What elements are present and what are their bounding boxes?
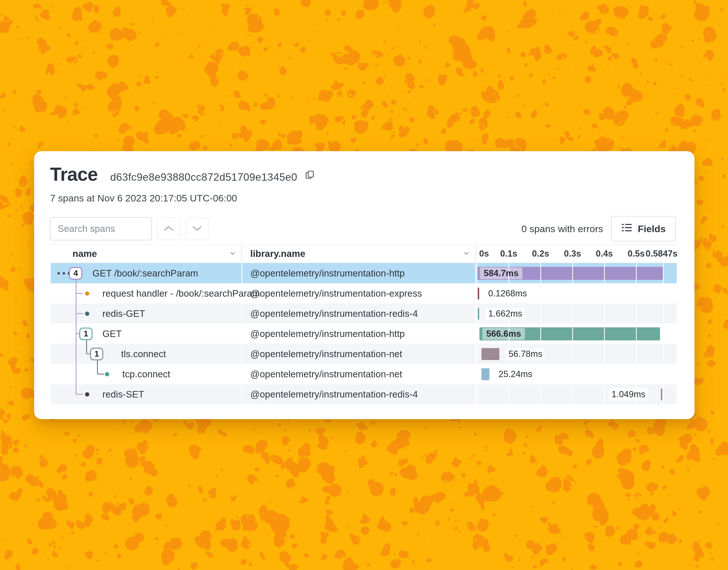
- toolbar: 0 spans with errors Fields: [50, 217, 676, 241]
- column-header-name[interactable]: name: [51, 245, 242, 263]
- span-timeline-cell: 584.7ms: [476, 263, 677, 283]
- library-name: @opentelemetry/instrumentation-http: [250, 328, 405, 339]
- axis-tick: 0.5847s: [646, 249, 677, 259]
- duration-bar[interactable]: [478, 308, 479, 320]
- search-input[interactable]: [50, 217, 152, 240]
- duration-label: 56.78ms: [506, 348, 545, 360]
- span-row[interactable]: 4GET /book/:searchParam@opentelemetry/in…: [51, 263, 677, 283]
- span-library-cell: @opentelemetry/instrumentation-net: [242, 344, 476, 364]
- span-name: tls.connect: [121, 349, 166, 359]
- axis-tick: 0.4s: [596, 249, 613, 259]
- error-count-text: 0 spans with errors: [522, 223, 603, 234]
- span-row[interactable]: redis-GET@opentelemetry/instrumentation-…: [51, 303, 677, 324]
- span-library-cell: @opentelemetry/instrumentation-redis-4: [242, 384, 476, 404]
- span-timeline-cell: 566.6ms: [476, 324, 677, 344]
- axis-tick: 0.3s: [564, 249, 581, 259]
- duration-label: 1.662ms: [486, 308, 525, 320]
- span-row[interactable]: 1tls.connect@opentelemetry/instrumentati…: [51, 344, 677, 364]
- page-title: Trace: [50, 164, 98, 185]
- span-name-cell: redis-SET: [51, 384, 242, 404]
- fields-button[interactable]: Fields: [611, 216, 676, 242]
- chevron-down-icon: [192, 226, 202, 232]
- library-name: @opentelemetry/instrumentation-redis-4: [250, 389, 418, 400]
- chevron-down-icon: [230, 251, 235, 256]
- library-name: @opentelemetry/instrumentation-express: [250, 288, 422, 299]
- table-body: 4GET /book/:searchParam@opentelemetry/in…: [51, 263, 677, 404]
- duration-bar[interactable]: [482, 348, 500, 360]
- row-menu-icon[interactable]: [57, 272, 70, 274]
- library-name: @opentelemetry/instrumentation-redis-4: [250, 308, 418, 319]
- span-name-cell: 4GET /book/:searchParam: [51, 263, 242, 283]
- span-row[interactable]: request handler - /book/:searchParam@ope…: [51, 283, 677, 303]
- child-count-badge[interactable]: 4: [69, 267, 82, 280]
- prev-match-button[interactable]: [157, 217, 180, 240]
- axis-tick: 0.2s: [532, 249, 549, 259]
- duration-label: 25.24ms: [496, 368, 535, 380]
- span-row[interactable]: 1GET@opentelemetry/instrumentation-http5…: [51, 324, 677, 344]
- trace-id: d63fc9e8e93880cc872d51709e1345e0: [110, 171, 297, 183]
- span-row[interactable]: tcp.connect@opentelemetry/instrumentatio…: [51, 364, 677, 384]
- span-name: request handler - /book/:searchParam: [103, 288, 260, 299]
- span-row[interactable]: redis-SET@opentelemetry/instrumentation-…: [51, 384, 677, 404]
- duration-bar[interactable]: [482, 368, 490, 380]
- column-header-library[interactable]: library.name: [242, 245, 476, 263]
- time-axis: 0s0.1s0.2s0.3s0.4s0.5s0.5847s: [476, 245, 677, 263]
- axis-tick: 0s: [479, 249, 489, 259]
- span-dot: [85, 311, 89, 316]
- library-name: @opentelemetry/instrumentation-net: [250, 369, 402, 380]
- trace-summary: 7 spans at Nov 6 2023 20:17:05 UTC-06:00: [50, 193, 678, 204]
- duration-bar[interactable]: [478, 288, 479, 299]
- duration-label: 1.049ms: [609, 388, 649, 400]
- span-name: GET /book/:searchParam: [93, 268, 198, 279]
- duration-label: 0.1268ms: [486, 288, 530, 299]
- fields-button-label: Fields: [638, 223, 666, 234]
- span-library-cell: @opentelemetry/instrumentation-http: [242, 263, 476, 283]
- span-name: redis-SET: [103, 389, 144, 400]
- chevron-up-icon: [164, 226, 173, 232]
- trace-header: Trace d63fc9e8e93880cc872d51709e1345e0: [50, 164, 678, 185]
- span-name-cell: 1GET: [51, 324, 242, 344]
- duration-label: 584.7ms: [480, 267, 522, 279]
- span-library-cell: @opentelemetry/instrumentation-redis-4: [242, 303, 476, 324]
- span-library-cell: @opentelemetry/instrumentation-express: [242, 283, 476, 303]
- span-name-cell: 1tls.connect: [51, 344, 242, 364]
- axis-tick: 0.1s: [500, 249, 517, 259]
- trace-panel: Trace d63fc9e8e93880cc872d51709e1345e0 7…: [34, 151, 695, 419]
- child-count-badge[interactable]: 1: [79, 328, 93, 340]
- span-name-cell: redis-GET: [51, 303, 242, 324]
- next-match-button[interactable]: [185, 217, 209, 240]
- span-table: name library.name 0s0.1s0.2s0.3s0.4s0.5s…: [51, 244, 677, 404]
- span-timeline-cell: 25.24ms: [476, 364, 677, 384]
- span-name: tcp.connect: [122, 369, 170, 380]
- span-library-cell: @opentelemetry/instrumentation-net: [242, 364, 476, 384]
- library-name: @opentelemetry/instrumentation-net: [250, 349, 402, 359]
- span-timeline-cell: 0.1268ms: [476, 283, 677, 303]
- span-name: GET: [103, 328, 122, 339]
- duration-label: 566.6ms: [482, 328, 525, 340]
- field-list-icon: [621, 223, 632, 234]
- span-timeline-cell: 1.662ms: [476, 303, 677, 324]
- duration-bar[interactable]: [661, 388, 662, 400]
- span-timeline-cell: 1.049ms: [476, 384, 677, 404]
- span-name: redis-GET: [103, 308, 145, 319]
- table-header: name library.name 0s0.1s0.2s0.3s0.4s0.5s…: [51, 244, 677, 263]
- library-name: @opentelemetry/instrumentation-http: [250, 268, 405, 279]
- span-name-cell: tcp.connect: [51, 364, 242, 384]
- copy-icon[interactable]: [305, 170, 315, 181]
- span-library-cell: @opentelemetry/instrumentation-http: [242, 324, 476, 344]
- axis-tick: 0.5s: [627, 249, 645, 259]
- span-dot: [85, 291, 89, 296]
- span-name-cell: request handler - /book/:searchParam: [51, 283, 242, 303]
- span-dot: [85, 392, 89, 396]
- span-dot: [105, 372, 109, 376]
- chevron-down-icon: [464, 251, 469, 256]
- span-timeline-cell: 56.78ms: [476, 344, 677, 364]
- child-count-badge[interactable]: 1: [90, 348, 103, 360]
